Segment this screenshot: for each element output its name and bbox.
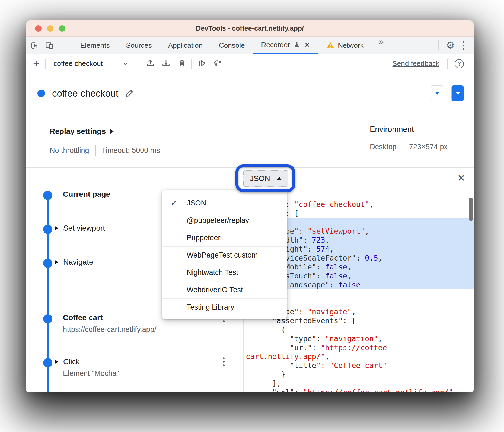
devtools-window: DevTools - coffee-cart.netlify.app/ Elem… — [26, 20, 474, 392]
replay-settings-section: Replay settings No throttling Timeout: 5… — [26, 113, 474, 167]
expander-icon — [110, 129, 114, 134]
code-line: "url": "https://coffee-cart.netlify.app/… — [244, 388, 474, 392]
chevron-down-icon[interactable] — [119, 60, 132, 67]
minimize-window-button[interactable] — [47, 25, 53, 32]
import-recording-icon[interactable] — [146, 59, 155, 69]
step-title: Current page — [63, 190, 110, 199]
tab-sources[interactable]: Sources — [118, 37, 160, 54]
throttling-value: No throttling — [50, 146, 89, 155]
menu-item-label: @puppeteer/replay — [187, 216, 249, 225]
menu-item-label: WebdriverIO Test — [187, 286, 243, 294]
zoom-window-button[interactable] — [59, 25, 65, 32]
menu-item-puppeteer[interactable]: Puppeteer — [162, 229, 287, 246]
code-line: "url": "https://coffee- — [244, 343, 474, 352]
divider — [191, 59, 192, 69]
divider — [45, 59, 46, 69]
export-recording-icon[interactable] — [161, 59, 171, 69]
step-title: Set viewport — [63, 224, 105, 233]
export-format-menu: ✓JSON@puppeteer/replayPuppeteerWebPageTe… — [162, 190, 287, 319]
step-title: Click — [63, 357, 80, 366]
title-bar: DevTools - coffee-cart.netlify.app/ — [26, 20, 474, 37]
close-export-view-icon[interactable]: ✕ — [455, 171, 468, 185]
step-over-replay-icon[interactable] — [198, 59, 207, 69]
step-menu-icon[interactable] — [222, 356, 226, 367]
tab-recorder[interactable]: Recorder ✕ — [253, 37, 318, 54]
close-recorder-tab-icon[interactable]: ✕ — [304, 41, 310, 49]
edit-title-icon[interactable] — [125, 88, 135, 99]
toggle-device-toolbar-icon[interactable] — [45, 41, 54, 50]
menu-item-testing-library[interactable]: Testing Library — [162, 298, 287, 316]
performance-panel-button[interactable]: Performance panel — [431, 85, 443, 101]
recording-title: coffee checkout — [52, 88, 119, 99]
code-line: } — [244, 370, 474, 379]
menu-item-label: WebPageTest custom — [187, 251, 258, 259]
step-title: Coffee cart — [63, 313, 103, 322]
devtools-menu-icon[interactable] — [462, 40, 465, 51]
performance-panel-dropdown[interactable] — [431, 86, 443, 101]
divider — [139, 59, 139, 69]
step-title: Navigate — [63, 258, 93, 266]
divider — [60, 40, 60, 50]
export-bar: JSON ✕ — [26, 167, 474, 189]
menu-item-nightwatch-test[interactable]: Nightwatch Test — [162, 264, 287, 281]
timeout-value: Timeout: 5000 ms — [102, 146, 160, 155]
add-recording-icon[interactable]: + — [33, 58, 39, 69]
tab-elements[interactable]: Elements — [72, 37, 118, 54]
step-subtitle: Element "Mocha" — [26, 369, 243, 378]
replay-button[interactable]: Replay — [451, 85, 464, 101]
tab-application[interactable]: Application — [160, 37, 211, 54]
warning-icon — [326, 42, 334, 49]
tab-console[interactable]: Console — [211, 37, 253, 54]
menu-item-json[interactable]: ✓JSON — [162, 194, 287, 212]
menu-item-webdriverio-test[interactable]: WebdriverIO Test — [162, 281, 287, 298]
divider — [403, 141, 403, 152]
device-value: Desktop — [370, 143, 397, 151]
menu-item-label: Nightwatch Test — [187, 268, 238, 277]
send-feedback-link[interactable]: Send feedback — [393, 59, 439, 68]
expander-icon[interactable] — [55, 226, 58, 230]
recording-dot-icon — [37, 90, 45, 97]
expander-icon[interactable] — [55, 260, 58, 264]
check-icon: ✓ — [170, 198, 178, 208]
code-line: cart.netlify.app/", — [244, 352, 474, 361]
export-format-select[interactable]: JSON — [243, 170, 288, 187]
close-window-button[interactable] — [35, 25, 42, 32]
menu-item-label: JSON — [187, 199, 206, 207]
divider — [447, 59, 448, 69]
recording-select-value[interactable]: coffee checkout — [53, 59, 103, 68]
chevron-up-icon — [277, 177, 282, 180]
traffic-lights — [35, 25, 65, 32]
step-subtitle: https://coffee-cart.netlify.app/ — [26, 325, 243, 334]
experiment-flask-icon — [293, 41, 300, 49]
devtools-tab-bar: Elements Sources Application Console Rec… — [26, 37, 474, 54]
tab-network[interactable]: Network — [318, 37, 372, 54]
expander-icon[interactable] — [55, 360, 58, 364]
delete-recording-icon[interactable] — [178, 59, 186, 69]
code-line: "title": "Coffee cart" — [244, 361, 474, 370]
scrollbar-thumb[interactable] — [469, 198, 473, 221]
environment-label: Environment — [370, 125, 448, 134]
menu-item-label: Testing Library — [187, 303, 234, 312]
step-click[interactable]: ClickElement "Mocha" — [26, 357, 243, 378]
replay-dropdown[interactable] — [451, 85, 464, 101]
recording-header: coffee checkout Performance panel — [26, 73, 474, 113]
inspect-element-icon[interactable] — [30, 41, 39, 50]
code-line: ], — [244, 379, 474, 388]
replay-sequence-icon[interactable] — [212, 59, 222, 69]
code-line: "type": "navigation", — [244, 334, 474, 343]
menu-item-webpagetest-custom[interactable]: WebPageTest custom — [162, 246, 287, 264]
help-icon[interactable]: ? — [455, 59, 464, 68]
settings-gear-icon[interactable]: ⚙ — [446, 40, 455, 50]
divider — [438, 40, 439, 50]
replay-settings-toggle[interactable]: Replay settings — [50, 127, 114, 136]
more-tabs-button[interactable]: » — [372, 37, 391, 54]
recorder-toolbar: + coffee checkout — [26, 54, 474, 73]
code-line: { — [244, 325, 474, 334]
divider — [95, 145, 96, 156]
viewport-value: 723×574 px — [409, 143, 448, 151]
menu-item--puppeteer-replay[interactable]: @puppeteer/replay — [162, 212, 287, 229]
window-title: DevTools - coffee-cart.netlify.app/ — [196, 24, 304, 32]
menu-item-label: Puppeteer — [187, 234, 221, 242]
